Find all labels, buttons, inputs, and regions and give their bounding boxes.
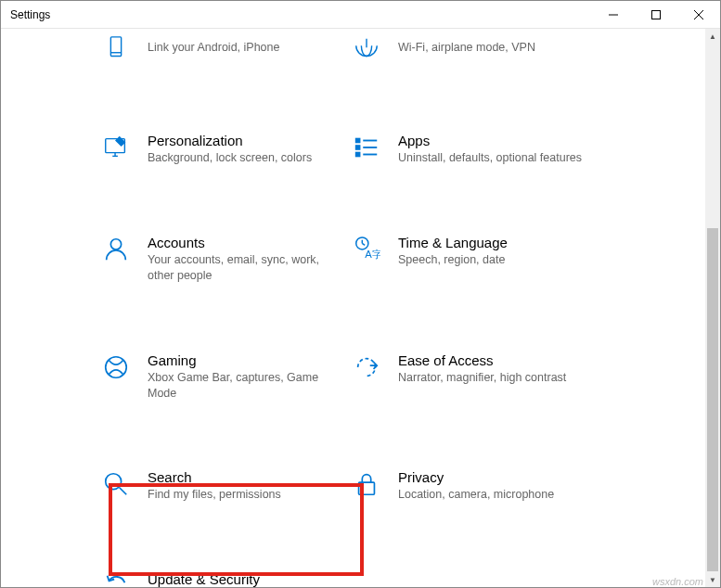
scrollbar-thumb[interactable] bbox=[707, 228, 718, 571]
window-title: Settings bbox=[10, 8, 592, 21]
tile-desc: Find my files, permissions bbox=[148, 487, 337, 503]
tile-desc: Wi-Fi, airplane mode, VPN bbox=[398, 40, 587, 56]
sync-icon bbox=[101, 571, 131, 587]
globe-icon bbox=[352, 34, 381, 64]
svg-rect-24 bbox=[359, 483, 375, 495]
tile-ease-of-access[interactable]: Ease of Access Narrator, magnifier, high… bbox=[344, 341, 595, 413]
phone-icon bbox=[101, 34, 131, 64]
watermark: wsxdn.com bbox=[652, 576, 703, 587]
svg-point-21 bbox=[106, 356, 127, 377]
svg-rect-10 bbox=[356, 139, 360, 143]
svg-point-16 bbox=[110, 239, 121, 249]
svg-line-19 bbox=[362, 243, 365, 245]
tile-title: Update & Security bbox=[148, 571, 337, 587]
tile-title: Search bbox=[148, 469, 337, 485]
tile-title: Gaming bbox=[148, 352, 337, 368]
tile-title: Apps bbox=[398, 133, 587, 148]
tile-title: Privacy bbox=[398, 469, 587, 485]
scroll-down-icon[interactable]: ▼ bbox=[705, 572, 720, 587]
tile-title: Ease of Access bbox=[398, 352, 587, 368]
svg-line-23 bbox=[120, 488, 127, 495]
scrollbar[interactable]: ▲ ▼ bbox=[705, 29, 720, 587]
tile-privacy[interactable]: Privacy Location, camera, microphone bbox=[344, 458, 595, 514]
tile-time-language[interactable]: A字 Time & Language Speech, region, date bbox=[344, 224, 595, 295]
minimize-button[interactable] bbox=[592, 1, 635, 29]
tile-phone[interactable]: Link your Android, iPhone bbox=[94, 29, 344, 75]
tile-desc: Narrator, magnifier, high contrast bbox=[398, 370, 587, 386]
svg-rect-12 bbox=[356, 146, 360, 149]
ease-of-access-icon bbox=[352, 352, 381, 382]
tile-title: Accounts bbox=[148, 235, 337, 250]
svg-rect-14 bbox=[356, 153, 360, 157]
tile-desc: Your accounts, email, sync, work, other … bbox=[148, 252, 337, 284]
scroll-up-icon[interactable]: ▲ bbox=[705, 29, 720, 44]
tile-desc: Uninstall, defaults, optional features bbox=[398, 150, 587, 166]
tile-gaming[interactable]: Gaming Xbox Game Bar, captures, Game Mod… bbox=[94, 341, 344, 413]
tile-desc: Location, camera, microphone bbox=[398, 487, 587, 503]
settings-content: Link your Android, iPhone Wi-Fi, airplan… bbox=[1, 29, 720, 587]
tile-network[interactable]: Wi-Fi, airplane mode, VPN bbox=[344, 29, 595, 75]
window-controls bbox=[592, 1, 720, 29]
tile-desc: Speech, region, date bbox=[398, 252, 587, 268]
svg-text:A字: A字 bbox=[365, 249, 380, 260]
titlebar: Settings bbox=[1, 1, 720, 29]
time-language-icon: A字 bbox=[352, 235, 381, 264]
svg-rect-1 bbox=[652, 10, 661, 19]
svg-point-22 bbox=[106, 474, 122, 490]
tile-title: Personalization bbox=[148, 133, 337, 148]
tile-personalization[interactable]: Personalization Background, lock screen,… bbox=[94, 121, 344, 177]
lock-icon bbox=[352, 469, 381, 499]
tile-search[interactable]: Search Find my files, permissions bbox=[94, 458, 344, 514]
tile-desc: Link your Android, iPhone bbox=[148, 40, 337, 56]
tile-desc: Xbox Game Bar, captures, Game Mode bbox=[148, 370, 337, 402]
personalization-icon bbox=[101, 133, 131, 162]
xbox-icon bbox=[101, 352, 131, 382]
tile-accounts[interactable]: Accounts Your accounts, email, sync, wor… bbox=[94, 224, 344, 295]
person-icon bbox=[101, 235, 131, 264]
tile-update-security[interactable]: Update & Security Windows Update, recove… bbox=[94, 560, 344, 587]
search-icon bbox=[101, 469, 131, 499]
tile-apps[interactable]: Apps Uninstall, defaults, optional featu… bbox=[344, 121, 595, 177]
tile-title: Time & Language bbox=[398, 235, 587, 250]
close-button[interactable] bbox=[677, 1, 720, 29]
maximize-button[interactable] bbox=[635, 1, 677, 29]
apps-icon bbox=[352, 133, 381, 162]
tile-desc: Background, lock screen, colors bbox=[148, 150, 337, 166]
